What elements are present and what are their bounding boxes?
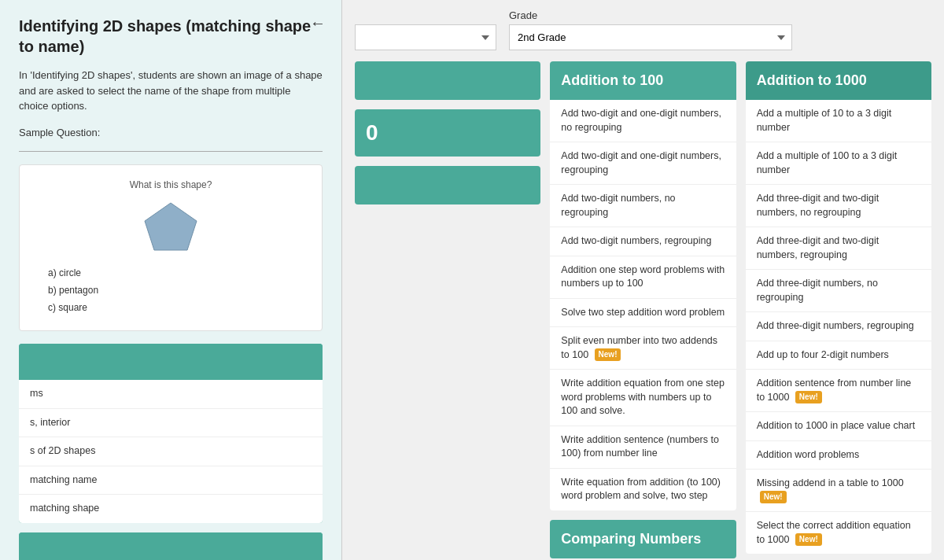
- digit-0: 0: [366, 120, 378, 145]
- new-badge: New!: [795, 391, 822, 403]
- partial-mid: 0: [355, 109, 540, 157]
- right-panel: Grade 2nd Grade 0: [342, 0, 944, 560]
- addition-1000-card: Addition to 1000 Add a multiple of 10 to…: [746, 61, 931, 554]
- grade-group: Grade 2nd Grade: [509, 9, 792, 50]
- addition-100-column: Addition to 100 Add two-digit and one-di…: [550, 61, 736, 558]
- list-item[interactable]: Add a multiple of 10 to a 3 digit number: [746, 100, 931, 142]
- addition-100-header: Addition to 100: [550, 61, 736, 100]
- choice-b: b) pentagon: [48, 283, 309, 297]
- list-item[interactable]: Split even number into two addends to 10…: [550, 327, 736, 370]
- choice-a: a) circle: [48, 266, 309, 280]
- left-panel: ← Identifying 2D shapes (matching shape …: [0, 0, 342, 560]
- list-item[interactable]: matching name: [19, 466, 323, 496]
- list-item[interactable]: Write equation from addition (to 100) wo…: [550, 469, 736, 510]
- list-item[interactable]: Add three-digit numbers, regrouping: [746, 312, 931, 341]
- list-item[interactable]: Select the correct addition equation to …: [746, 512, 931, 554]
- list-item[interactable]: Add a multiple of 100 to a 3 digit numbe…: [746, 142, 931, 185]
- list-item[interactable]: Write addition sentence (numbers to 100)…: [550, 426, 736, 469]
- new-badge: New!: [795, 533, 822, 546]
- list-item[interactable]: Addition one step word problems with num…: [550, 256, 736, 299]
- partial-top-card: [355, 61, 540, 100]
- new-badge: New!: [595, 348, 621, 361]
- partial-top-card-header: [355, 61, 540, 100]
- svg-marker-0: [145, 203, 197, 250]
- list-item[interactable]: Missing addend in a table to 1000 New!: [746, 470, 931, 512]
- addition-1000-items: Add a multiple of 10 to a 3 digit number…: [746, 100, 931, 554]
- list-item[interactable]: Addition sentence from number line to 10…: [746, 370, 931, 412]
- list-item[interactable]: Solve two step addition word problem: [550, 299, 736, 328]
- list-item[interactable]: Add three-digit and two-digit numbers, n…: [746, 185, 931, 227]
- description-text: In 'Identifying 2D shapes', students are…: [19, 68, 323, 114]
- comparing-card: Comparing Numbers: [550, 520, 736, 558]
- partial-card-2-header: [19, 532, 323, 561]
- list-item[interactable]: s of 2D shapes: [19, 437, 323, 466]
- choice-c: c) square: [48, 300, 309, 315]
- answer-choices: a) circle b) pentagon c) square: [32, 266, 309, 315]
- list-item[interactable]: matching shape: [19, 495, 323, 523]
- list-item[interactable]: Add two-digit and one-digit numbers, no …: [550, 100, 736, 142]
- subject-group: [355, 9, 496, 50]
- list-item[interactable]: Add three-digit numbers, no regrouping: [746, 270, 931, 312]
- partial-bottom-card: [355, 166, 540, 204]
- subject-select[interactable]: [355, 24, 496, 50]
- comparing-card-container: Comparing Numbers: [550, 520, 736, 558]
- list-item[interactable]: ms: [19, 380, 323, 409]
- subject-label: [355, 9, 496, 21]
- grade-select[interactable]: 2nd Grade: [509, 24, 792, 50]
- addition-1000-header: Addition to 1000: [746, 61, 931, 100]
- new-badge: New!: [760, 491, 787, 503]
- list-item[interactable]: Add up to four 2-digit numbers: [746, 341, 931, 370]
- list-item[interactable]: Add two-digit numbers, no regrouping: [550, 185, 736, 227]
- partial-middle-card: 0: [355, 109, 540, 157]
- sample-question-text: What is this shape?: [32, 178, 309, 192]
- sample-question-box: What is this shape? a) circle b) pentago…: [19, 164, 323, 331]
- addition-100-card: Addition to 100 Add two-digit and one-di…: [550, 61, 736, 510]
- partial-card-1-header: [19, 344, 323, 380]
- list-item[interactable]: Add three-digit and two-digit numbers, r…: [746, 227, 931, 270]
- page-title: Identifying 2D shapes (matching shape to…: [19, 16, 323, 57]
- list-item[interactable]: Addition word problems: [746, 441, 931, 470]
- comparing-header: Comparing Numbers: [550, 520, 736, 558]
- content-grid: 0 Addition to 100 Add two-digit and one-…: [355, 61, 931, 558]
- grade-label: Grade: [509, 9, 792, 21]
- list-item[interactable]: Addition to 1000 in place value chart: [746, 412, 931, 441]
- list-item[interactable]: Add two-digit and one-digit numbers, reg…: [550, 142, 736, 185]
- pentagon-shape: [143, 201, 198, 253]
- addition-1000-column: Addition to 1000 Add a multiple of 10 to…: [746, 61, 931, 558]
- list-item[interactable]: s, interior: [19, 409, 323, 438]
- partial-bot: [355, 166, 540, 204]
- partial-bot-header: [355, 166, 540, 204]
- list-item[interactable]: Write addition equation from one step wo…: [550, 370, 736, 426]
- sample-question-label: Sample Question:: [19, 125, 323, 141]
- partial-column: 0: [355, 61, 540, 558]
- partial-card-1: ms s, interior s of 2D shapes matching n…: [19, 344, 323, 523]
- partial-card-1-items: ms s, interior s of 2D shapes matching n…: [19, 380, 323, 523]
- filter-row: Grade 2nd Grade: [355, 9, 931, 50]
- divider: [19, 151, 323, 152]
- partial-mid-header: 0: [355, 109, 540, 157]
- back-arrow-button[interactable]: ←: [310, 14, 326, 32]
- addition-100-items: Add two-digit and one-digit numbers, no …: [550, 100, 736, 510]
- list-item[interactable]: Add two-digit numbers, regrouping: [550, 227, 736, 256]
- partial-card-2: whole numbers addition to 18 on from 1 t…: [19, 532, 323, 561]
